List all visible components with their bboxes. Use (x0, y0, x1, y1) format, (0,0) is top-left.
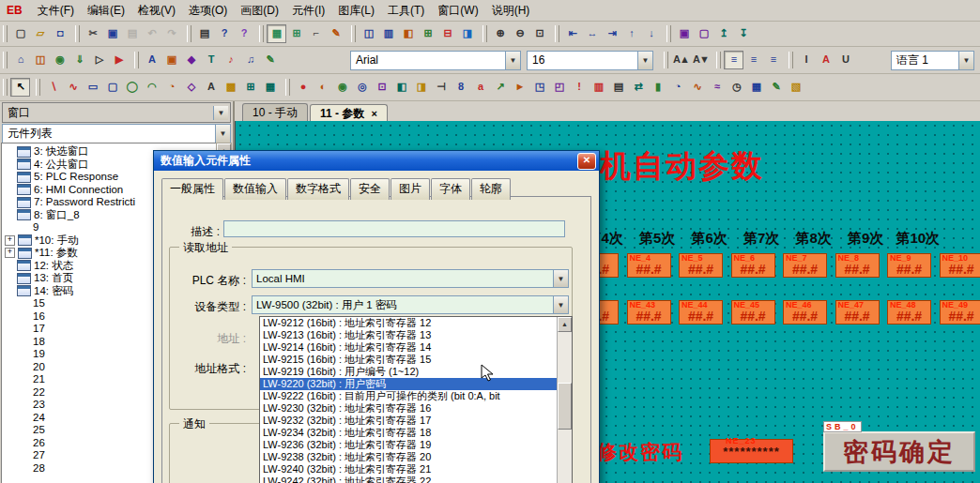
numeric-display-cell[interactable]: ##.#NE_46 (783, 300, 827, 325)
window-preview-icon[interactable]: ◧ (398, 24, 418, 43)
dropdown-item[interactable]: LW-9240 (32bit) : 地址索引寄存器 21 (260, 463, 572, 475)
history-data-icon[interactable]: ≈ (707, 78, 727, 97)
set-bit-icon[interactable]: ◉ (332, 78, 352, 97)
font-color-icon[interactable]: A (816, 51, 835, 69)
align-top-icon[interactable]: ↑ (621, 24, 641, 43)
password-confirm-button[interactable]: 密码确定 SB_0 (823, 431, 975, 472)
numeric-display-cell[interactable]: ##.#NE_48 (887, 300, 931, 325)
align-bottom-icon[interactable]: ↓ (641, 24, 661, 43)
redo-icon[interactable]: ↷ (161, 24, 181, 43)
align-right-icon[interactable]: ⇥ (602, 24, 621, 43)
align-text-left-icon[interactable]: ≡ (724, 51, 743, 69)
toolbar-grip[interactable] (75, 25, 80, 42)
canvas-title-text[interactable]: 机自动参数 (600, 145, 764, 188)
decrease-font-icon[interactable]: A▼ (691, 51, 711, 69)
table-icon[interactable]: ▦ (260, 78, 280, 97)
new-window-icon[interactable]: ⊞ (418, 24, 437, 43)
numeric-display-cell[interactable]: ##.#NE_6 (731, 253, 775, 278)
grid-icon[interactable]: ▦ (267, 24, 286, 43)
dropdown-scrollbar[interactable]: ▲ ▼ (557, 317, 572, 483)
menu-item[interactable]: 工具(T) (381, 0, 431, 22)
function-key-icon[interactable]: ⊡ (372, 78, 391, 97)
dialog-tab[interactable]: 安全 (350, 178, 390, 200)
numeric-display-cell[interactable]: ##.#NE_9 (887, 253, 931, 278)
numeric-display-cell[interactable]: ##.#NE_5 (679, 253, 723, 278)
group-icon[interactable]: ▣ (674, 24, 694, 43)
context-help-icon[interactable]: ? (234, 24, 253, 43)
dropdown-item[interactable]: LW-9212 (16bit) : 地址索引寄存器 12 (260, 317, 572, 329)
toolbar-grip[interactable] (716, 52, 721, 68)
snap-icon[interactable]: ⊞ (286, 24, 306, 43)
toolbar-grip[interactable] (789, 52, 793, 68)
undo-icon[interactable]: ↶ (142, 24, 161, 43)
bar-graph-icon[interactable]: ▮ (648, 78, 667, 97)
direct-window-icon[interactable]: ◰ (549, 78, 569, 97)
menu-item[interactable]: 窗口(W) (431, 0, 484, 22)
meter-icon[interactable]: ◔ (667, 78, 687, 97)
toolbar-grip[interactable] (285, 79, 290, 96)
toolbar-grip[interactable] (187, 25, 191, 42)
chevron-down-icon[interactable]: ▼ (215, 125, 230, 143)
dialog-tab[interactable]: 数字格式 (287, 178, 349, 200)
moving-shape-icon[interactable]: ↗ (490, 78, 510, 97)
toolbar-grip[interactable] (3, 79, 8, 96)
open-window-icon[interactable]: ◨ (457, 24, 477, 43)
menu-item[interactable]: 编辑(E) (81, 0, 131, 22)
address-tag-icon[interactable]: ✎ (260, 51, 280, 69)
numeric-display-cell[interactable]: ##.#NE_8 (835, 253, 880, 278)
dialog-title-bar[interactable]: 数值输入元件属性 ✕ (154, 151, 599, 171)
font-manager-icon[interactable]: A (142, 51, 161, 69)
dialog-tab[interactable]: 轮廓 (471, 178, 511, 200)
event-log-icon[interactable]: ▤ (608, 78, 628, 97)
recipe-icon[interactable]: ✎ (766, 78, 786, 97)
numeric-display-cell[interactable]: ##.#NE_10 (940, 253, 980, 278)
align-left-icon[interactable]: ⇤ (562, 24, 582, 43)
toolbar-grip[interactable] (259, 25, 264, 42)
device-type-combo[interactable]: LW-9500 (32bit) : 用户 1 密码 ▼ (252, 295, 569, 314)
chevron-down-icon[interactable]: ▼ (505, 52, 520, 69)
italic-icon[interactable]: I (796, 51, 816, 69)
plc-name-combo[interactable]: Local HMI ▼ (252, 269, 569, 288)
dialog-tab[interactable]: 字体 (431, 178, 470, 200)
polygon-icon[interactable]: ◇ (181, 78, 201, 97)
dropdown-item[interactable]: LW-9215 (16bit) : 地址索引寄存器 15 (260, 354, 572, 366)
animation-icon[interactable]: ► (510, 78, 529, 97)
expand-icon[interactable]: + (5, 248, 15, 258)
shape-manager-icon[interactable]: ◆ (181, 51, 201, 69)
send-to-back-icon[interactable]: ↧ (733, 24, 753, 43)
menu-item[interactable]: 说明(H) (485, 0, 537, 22)
dialog-tab[interactable]: 一般属性 (161, 178, 223, 200)
dialog-tab[interactable]: 图片 (390, 178, 430, 200)
line-icon[interactable]: ∖ (43, 78, 63, 97)
slider-icon[interactable]: ⊣ (431, 78, 451, 97)
system-parameters-icon[interactable]: ⌂ (10, 51, 30, 69)
polyline-icon[interactable]: ∿ (63, 78, 83, 97)
language-combo[interactable]: 语言 1 ▼ (891, 51, 974, 70)
chevron-down-icon[interactable]: ▼ (553, 270, 568, 287)
set-word-icon[interactable]: ◎ (352, 78, 372, 97)
toolbar-grip[interactable] (351, 25, 356, 42)
dropdown-item[interactable]: LW-9238 (32bit) : 地址索引寄存器 20 (260, 451, 572, 463)
menu-item[interactable]: 选项(O) (182, 0, 234, 22)
rounded-rectangle-icon[interactable]: ▢ (102, 78, 122, 97)
toolbar-grip[interactable] (666, 25, 671, 42)
word-lamp-icon[interactable]: ◐ (313, 78, 332, 97)
toolbar-grip[interactable] (555, 25, 559, 42)
numeric-display-cell[interactable]: ##.#NE_47 (835, 300, 880, 325)
numeric-display-cell[interactable]: ##.#NE_43 (627, 300, 671, 325)
picture-icon[interactable]: ▩ (221, 78, 240, 97)
copy-icon[interactable]: ▣ (102, 24, 122, 43)
ungroup-icon[interactable]: ▢ (694, 24, 713, 43)
description-input[interactable] (223, 220, 565, 237)
align-center-h-icon[interactable]: ↔ (582, 24, 602, 43)
ruler-icon[interactable]: ⌐ (306, 24, 326, 43)
bit-lamp-icon[interactable]: ● (293, 78, 313, 97)
macro-editor-icon[interactable]: ♫ (240, 51, 260, 69)
dropdown-item[interactable]: LW-9219 (16bit) : 用户编号 (1~12) (260, 366, 572, 378)
arc-icon[interactable]: ◠ (142, 78, 161, 97)
open-file-icon[interactable]: ▱ (30, 24, 50, 43)
chevron-down-icon[interactable]: ▼ (213, 106, 228, 120)
increase-font-icon[interactable]: A▲ (671, 51, 691, 69)
picture-manager-icon[interactable]: ▣ (161, 51, 181, 69)
select-pointer-icon[interactable]: ↖ (10, 78, 30, 97)
